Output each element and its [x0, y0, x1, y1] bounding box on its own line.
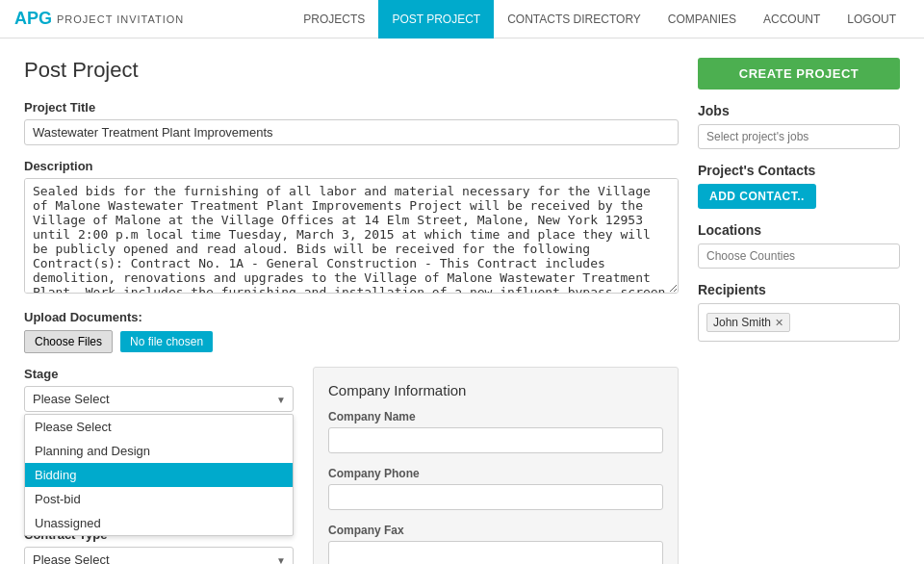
header: APG PROJECT INVITATION PROJECTSPOST PROJ… [0, 0, 924, 38]
company-phone-label: Company Phone [328, 467, 663, 480]
stage-dropdown-menu: Please Select Planning and Design Biddin… [24, 414, 294, 536]
nav-item-contacts-directory[interactable]: CONTACTS DIRECTORY [494, 0, 654, 38]
company-fax-input[interactable] [328, 541, 663, 564]
description-label: Description [24, 159, 679, 173]
recipients-section: Recipients John Smith ✕ [698, 282, 900, 342]
description-textarea[interactable]: Sealed bids for the furnishing of all la… [24, 178, 679, 294]
project-title-input[interactable] [24, 119, 679, 145]
jobs-section: Jobs [698, 103, 900, 149]
recipient-remove[interactable]: ✕ [775, 317, 783, 329]
page-title: Post Project [24, 58, 679, 83]
stage-label: Stage [24, 367, 294, 381]
contacts-section: Project's Contacts ADD CONTACT.. [698, 163, 900, 209]
stage-option-bidding[interactable]: Bidding [25, 463, 293, 487]
description-group: Description Sealed bids for the furnishi… [24, 159, 679, 296]
nav-item-companies[interactable]: COMPANIES [654, 0, 750, 38]
main-content: Post Project Project Title Description S… [0, 38, 924, 564]
upload-group: Upload Documents: Choose Files No file c… [24, 310, 679, 353]
company-fax-label: Company Fax [328, 524, 663, 537]
locations-title: Locations [698, 222, 900, 238]
nav: PROJECTSPOST PROJECTCONTACTS DIRECTORYCO… [290, 0, 910, 38]
stage-group: Stage Please Select ▼ Please Select Plan… [24, 367, 294, 412]
company-name-label: Company Name [328, 410, 663, 423]
company-name-group: Company Name [328, 410, 663, 453]
company-phone-input[interactable] [328, 484, 663, 510]
lower-row: Stage Please Select ▼ Please Select Plan… [24, 367, 679, 564]
stage-option-planning[interactable]: Planning and Design [25, 439, 293, 463]
nav-item-account[interactable]: ACCOUNT [750, 0, 834, 38]
company-fax-group: Company Fax [328, 524, 663, 564]
locations-section: Locations [698, 222, 900, 269]
stage-option-post-bid[interactable]: Post-bid [25, 487, 293, 511]
recipients-box: John Smith ✕ [698, 303, 900, 342]
lower-left: Stage Please Select ▼ Please Select Plan… [24, 367, 294, 564]
logo-text: PROJECT INVITATION [57, 13, 184, 25]
company-info-box: Company Information Company Name Company… [313, 367, 679, 564]
jobs-title: Jobs [698, 103, 900, 118]
recipient-name: John Smith [713, 316, 771, 329]
project-title-group: Project Title [24, 100, 679, 145]
upload-label: Upload Documents: [24, 310, 679, 324]
contacts-title: Project's Contacts [698, 163, 900, 178]
company-phone-group: Company Phone [328, 467, 663, 510]
logo: APG PROJECT INVITATION [14, 9, 184, 29]
add-contact-button[interactable]: ADD CONTACT.. [698, 184, 816, 209]
company-name-input[interactable] [328, 427, 663, 453]
nav-item-projects[interactable]: PROJECTS [290, 0, 378, 38]
logo-apg: APG [14, 9, 52, 29]
no-file-label: No file chosen [120, 331, 213, 352]
nav-item-logout[interactable]: LOGOUT [834, 0, 910, 38]
company-info-panel: Company Information Company Name Company… [313, 367, 679, 564]
jobs-input[interactable] [698, 124, 900, 149]
choose-file-button[interactable]: Choose Files [24, 330, 113, 353]
contract-type-select[interactable]: Please Select [24, 547, 294, 564]
stage-option-please-select[interactable]: Please Select [25, 415, 293, 439]
create-project-button[interactable]: CREATE PROJECT [698, 58, 900, 90]
stage-option-unassigned[interactable]: Unassigned [25, 511, 293, 535]
recipients-title: Recipients [698, 282, 900, 297]
recipient-tag: John Smith ✕ [706, 313, 790, 332]
stage-select[interactable]: Please Select [24, 386, 294, 412]
nav-item-post-project[interactable]: POST PROJECT [378, 0, 494, 38]
project-title-label: Project Title [24, 100, 679, 115]
file-upload-row: Choose Files No file chosen [24, 330, 679, 353]
right-panel: CREATE PROJECT Jobs Project's Contacts A… [698, 58, 900, 564]
locations-input[interactable] [698, 244, 900, 269]
stage-select-wrapper: Please Select ▼ [24, 386, 294, 412]
contract-type-select-wrapper: Please Select ▼ [24, 547, 294, 564]
left-panel: Post Project Project Title Description S… [24, 58, 679, 564]
company-info-title: Company Information [328, 382, 663, 398]
